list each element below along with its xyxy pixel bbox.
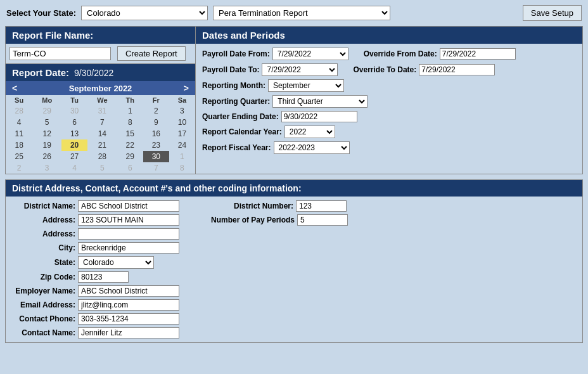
zip-input[interactable] xyxy=(78,271,129,283)
phone-row: Contact Phone: xyxy=(12,313,179,325)
save-setup-button[interactable]: Save Setup xyxy=(523,5,582,21)
override-to-input[interactable] xyxy=(419,64,495,75)
report-select[interactable]: Pera Termination Report Monthly Report xyxy=(213,6,390,20)
report-date-header: Report Date: 9/30/2022 xyxy=(6,64,195,81)
payroll-from-select[interactable]: 7/29/2022 xyxy=(272,48,348,60)
report-file-panel: Report File Name: Create Report xyxy=(6,27,195,64)
dates-periods-panel: Dates and Periods Payroll Date From: 7/2… xyxy=(196,27,582,174)
address1-row: Address: xyxy=(12,214,179,226)
calendar-day[interactable]: 24 xyxy=(169,139,195,151)
calendar-day[interactable]: 10 xyxy=(169,117,195,128)
calendar-day[interactable]: 2 xyxy=(143,105,169,117)
state-row: State: Colorado California Texas xyxy=(12,256,179,269)
dates-periods-body: Payroll Date From: 7/29/2022 Override Fr… xyxy=(196,44,582,161)
calendar-day[interactable]: 26 xyxy=(32,151,61,162)
address1-input[interactable] xyxy=(78,214,179,226)
calendar-prev-button[interactable]: < xyxy=(10,83,20,93)
calendar-day[interactable]: 29 xyxy=(117,151,143,162)
calendar-day[interactable]: 29 xyxy=(32,105,61,117)
cal-header-sa: Sa xyxy=(169,95,195,105)
district-header: District Address, Contact, Account #'s a… xyxy=(6,180,582,197)
fiscal-year-select[interactable]: 2021-20222022-20232023-2024 xyxy=(274,141,350,154)
address2-row: Address: xyxy=(12,228,179,240)
calendar-day[interactable]: 8 xyxy=(117,117,143,128)
calendar-day[interactable]: 18 xyxy=(6,139,32,151)
email-row: Email Address: xyxy=(12,299,179,311)
calendar-day[interactable]: 7 xyxy=(143,162,169,174)
calendar-day[interactable]: 8 xyxy=(169,162,195,174)
payroll-to-select[interactable]: 7/29/2022 xyxy=(262,63,338,76)
city-row: City: xyxy=(12,242,179,254)
override-from-input[interactable] xyxy=(440,48,516,60)
zip-row: Zip Code: xyxy=(12,271,179,283)
calendar-day[interactable]: 12 xyxy=(32,128,61,139)
address2-input[interactable] xyxy=(78,228,179,240)
calendar-day[interactable]: 22 xyxy=(117,139,143,151)
calendar-day[interactable]: 3 xyxy=(32,162,61,174)
calendar-day[interactable]: 14 xyxy=(87,128,117,139)
city-input[interactable] xyxy=(78,242,179,254)
reporting-month-select[interactable]: JanuaryFebruaryMarch AprilMayJune JulyAu… xyxy=(268,79,344,92)
reporting-quarter-select[interactable]: First QuarterSecond Quarter Third Quarte… xyxy=(272,95,368,108)
calendar-day[interactable]: 19 xyxy=(32,139,61,151)
district-name-row: District Name: xyxy=(12,200,179,212)
cal-header-mo: Mo xyxy=(32,95,61,105)
calendar-day[interactable]: 9 xyxy=(143,117,169,128)
calendar-day[interactable]: 27 xyxy=(61,151,87,162)
state-label: Select Your State: xyxy=(6,8,76,18)
phone-input[interactable] xyxy=(78,313,179,325)
calendar-day[interactable]: 6 xyxy=(61,117,87,128)
calendar-day[interactable]: 13 xyxy=(61,128,87,139)
report-file-input[interactable] xyxy=(10,47,111,60)
calendar-day[interactable]: 23 xyxy=(143,139,169,151)
calendar-day[interactable]: 21 xyxy=(87,139,117,151)
email-input[interactable] xyxy=(78,299,179,311)
top-section: Report File Name: Create Report Report D… xyxy=(5,26,583,174)
reporting-month-row: Reporting Month: JanuaryFebruaryMarch Ap… xyxy=(202,79,576,92)
pay-periods-input[interactable] xyxy=(297,214,348,226)
cal-header-fr: Fr xyxy=(143,95,169,105)
district-number-input[interactable] xyxy=(296,200,347,212)
calendar-day[interactable]: 7 xyxy=(87,117,117,128)
district-body: District Name: Address: Address: City: S… xyxy=(6,197,582,342)
calendar-day[interactable]: 5 xyxy=(32,117,61,128)
calendar-day[interactable]: 3 xyxy=(169,105,195,117)
calendar-year-row: Report Calendar Year: 2020202120222023 xyxy=(202,126,576,138)
calendar-day[interactable]: 17 xyxy=(169,128,195,139)
calendar-day[interactable]: 31 xyxy=(87,105,117,117)
calendar-day[interactable]: 30 xyxy=(61,105,87,117)
calendar-day[interactable]: 30 xyxy=(143,151,169,162)
calendar-day[interactable]: 28 xyxy=(87,151,117,162)
quarter-ending-input[interactable] xyxy=(281,111,357,122)
calendar-day[interactable]: 2 xyxy=(6,162,32,174)
contact-input[interactable] xyxy=(78,327,179,339)
district-name-input[interactable] xyxy=(78,200,179,212)
calendar-day[interactable]: 1 xyxy=(169,151,195,162)
left-column: Report File Name: Create Report Report D… xyxy=(6,27,196,174)
employer-input[interactable] xyxy=(78,285,179,297)
calendar-grid: Su Mo Tu We Th Fr Sa 2829303112345678910… xyxy=(6,95,195,174)
top-bar: Select Your State: Colorado California T… xyxy=(0,0,588,26)
calendar-nav: < September 2022 > xyxy=(6,81,195,95)
state-field-select[interactable]: Colorado California Texas xyxy=(78,256,154,269)
state-select[interactable]: Colorado California Texas xyxy=(81,6,208,20)
calendar-day[interactable]: 25 xyxy=(6,151,32,162)
calendar-day[interactable]: 6 xyxy=(117,162,143,174)
payroll-from-row: Payroll Date From: 7/29/2022 Override Fr… xyxy=(202,48,576,60)
calendar-day[interactable]: 5 xyxy=(87,162,117,174)
calendar-next-button[interactable]: > xyxy=(181,83,191,93)
calendar-day[interactable]: 4 xyxy=(6,117,32,128)
calendar-day[interactable]: 16 xyxy=(143,128,169,139)
report-date-panel: Report Date: 9/30/2022 < September 2022 … xyxy=(6,64,195,174)
calendar-day[interactable]: 28 xyxy=(6,105,32,117)
calendar-day[interactable]: 11 xyxy=(6,128,32,139)
calendar-day[interactable]: 15 xyxy=(117,128,143,139)
calendar-day[interactable]: 1 xyxy=(117,105,143,117)
calendar-day[interactable]: 20 xyxy=(61,139,87,151)
report-file-header: Report File Name: xyxy=(6,27,195,44)
district-number-row: District Number: xyxy=(211,200,348,212)
create-report-button[interactable]: Create Report xyxy=(117,46,186,61)
calendar-year-select[interactable]: 2020202120222023 xyxy=(284,126,335,138)
calendar-day[interactable]: 4 xyxy=(61,162,87,174)
cal-header-su: Su xyxy=(6,95,32,105)
